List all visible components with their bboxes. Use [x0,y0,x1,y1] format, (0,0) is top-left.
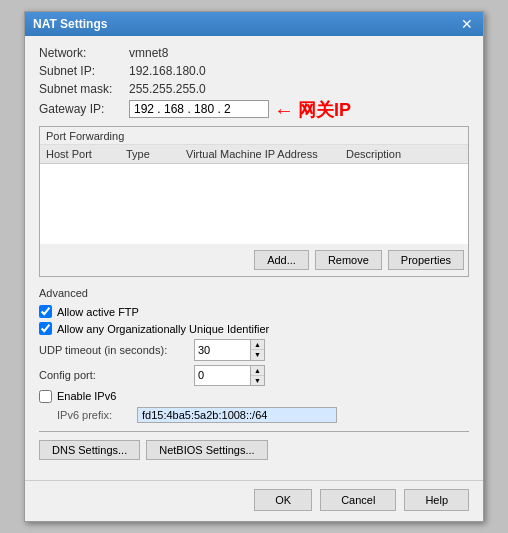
allow-org-label: Allow any Organizationally Unique Identi… [57,323,269,335]
subnet-ip-label: Subnet IP: [39,64,129,78]
nat-settings-dialog: NAT Settings ✕ Network: vmnet8 Subnet IP… [24,11,484,521]
config-spinner: ▲ ▼ [194,365,265,386]
remove-button[interactable]: Remove [315,250,382,270]
config-port-row: Config port: ▲ ▼ [39,365,469,386]
ipv6-prefix-row: IPv6 prefix: [39,407,469,423]
subnet-mask-row: Subnet mask: 255.255.255.0 [39,82,469,96]
ipv6-input[interactable] [137,407,337,423]
config-spin-up[interactable]: ▲ [251,366,264,376]
subnet-mask-label: Subnet mask: [39,82,129,96]
dialog-title: NAT Settings [33,17,107,31]
udp-spin-up[interactable]: ▲ [251,340,264,350]
enable-ipv6-row: Enable IPv6 [39,390,469,403]
enable-ipv6-checkbox[interactable] [39,390,52,403]
dns-settings-button[interactable]: DNS Settings... [39,440,140,460]
table-actions: Add... Remove Properties [40,244,468,276]
table-header: Host Port Type Virtual Machine IP Addres… [40,145,468,164]
allow-org-row: Allow any Organizationally Unique Identi… [39,322,469,335]
config-spinner-btns: ▲ ▼ [250,366,264,385]
enable-ipv6-label: Enable IPv6 [57,390,116,402]
dialog-content: Network: vmnet8 Subnet IP: 192.168.180.0… [25,36,483,479]
close-button[interactable]: ✕ [459,17,475,31]
subnet-mask-value: 255.255.255.0 [129,82,206,96]
gateway-input-wrapper [129,100,269,118]
allow-org-checkbox[interactable] [39,322,52,335]
advanced-section: Advanced Allow active FTP Allow any Orga… [39,287,469,459]
udp-input[interactable] [195,343,250,357]
config-label: Config port: [39,369,194,381]
udp-label: UDP timeout (in seconds): [39,344,194,356]
subnet-ip-row: Subnet IP: 192.168.180.0 [39,64,469,78]
properties-button[interactable]: Properties [388,250,464,270]
add-button[interactable]: Add... [254,250,309,270]
gateway-ip-label: Gateway IP: [39,102,129,116]
gateway-ip-input[interactable] [134,102,264,116]
allow-ftp-row: Allow active FTP [39,305,469,318]
bottom-buttons: DNS Settings... NetBIOS Settings... [39,440,469,460]
col-host-port: Host Port [46,148,126,160]
network-row: Network: vmnet8 [39,46,469,60]
col-vm-ip: Virtual Machine IP Address [186,148,346,160]
allow-ftp-checkbox[interactable] [39,305,52,318]
network-label: Network: [39,46,129,60]
config-input[interactable] [195,368,250,382]
subnet-ip-value: 192.168.180.0 [129,64,206,78]
allow-ftp-label: Allow active FTP [57,306,139,318]
ok-button[interactable]: OK [254,489,312,511]
udp-timeout-row: UDP timeout (in seconds): ▲ ▼ [39,339,469,360]
dialog-footer: OK Cancel Help [25,480,483,521]
port-forwarding-section: Port Forwarding Host Port Type Virtual M… [39,126,469,277]
divider [39,431,469,432]
annotation-wrapper: ← 网关IP [274,98,351,122]
cancel-button[interactable]: Cancel [320,489,396,511]
config-spin-down[interactable]: ▼ [251,376,264,385]
title-bar: NAT Settings ✕ [25,12,483,36]
col-type: Type [126,148,186,160]
network-value: vmnet8 [129,46,168,60]
udp-spinner: ▲ ▼ [194,339,265,360]
gateway-ip-row: Gateway IP: ← 网关IP [39,100,469,118]
annotation-text: 网关IP [298,98,351,122]
udp-spin-down[interactable]: ▼ [251,350,264,359]
netbios-settings-button[interactable]: NetBIOS Settings... [146,440,267,460]
udp-spinner-btns: ▲ ▼ [250,340,264,359]
help-button[interactable]: Help [404,489,469,511]
advanced-title: Advanced [39,287,469,299]
arrow-icon: ← [274,99,294,122]
col-description: Description [346,148,462,160]
ipv6-prefix-label: IPv6 prefix: [57,409,137,421]
table-body [40,164,468,244]
port-forwarding-title: Port Forwarding [40,127,468,145]
